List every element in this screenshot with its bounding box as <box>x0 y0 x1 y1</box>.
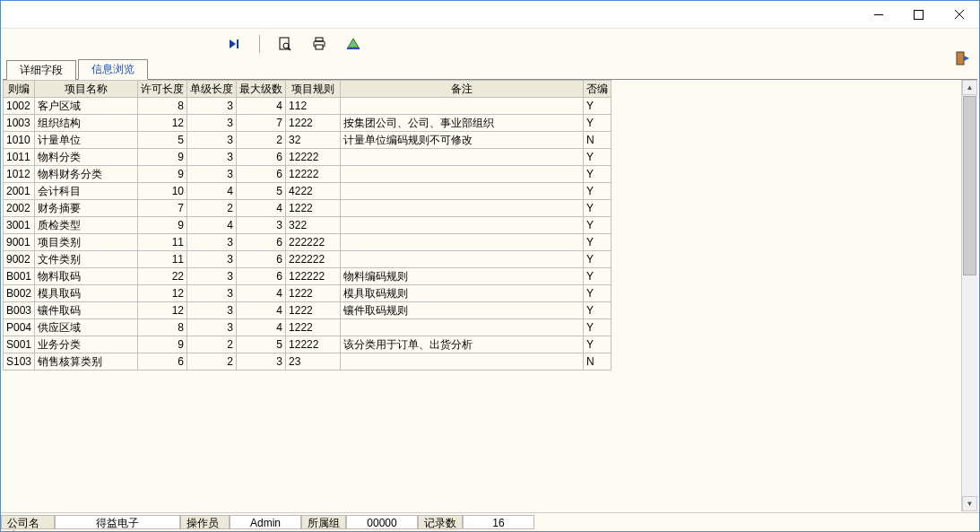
cell-code[interactable]: 1010 <box>4 132 35 149</box>
col-header-rule[interactable]: 项目规则 <box>286 81 341 98</box>
cell-editable[interactable]: Y <box>584 200 611 217</box>
cell-editable[interactable]: Y <box>584 285 611 302</box>
table-row[interactable]: 2002财务摘要7241222Y <box>4 200 611 217</box>
cell-editable[interactable]: Y <box>584 98 611 115</box>
cell-rule[interactable]: 12222 <box>286 166 341 183</box>
cell-remark[interactable] <box>341 98 584 115</box>
cell-maxlvl[interactable]: 4 <box>237 98 286 115</box>
table-row[interactable]: 2001会计科目10454222Y <box>4 183 611 200</box>
cell-len[interactable]: 8 <box>138 319 187 336</box>
cell-rule[interactable]: 1222 <box>286 200 341 217</box>
cell-unitlen[interactable]: 2 <box>187 353 237 371</box>
cell-code[interactable]: 9002 <box>4 251 35 268</box>
cell-name[interactable]: 计量单位 <box>35 132 138 149</box>
cell-len[interactable]: 12 <box>138 285 187 302</box>
cell-unitlen[interactable]: 2 <box>187 200 237 217</box>
cell-remark[interactable] <box>341 353 584 371</box>
scroll-up-button[interactable]: ▲ <box>962 80 977 95</box>
cell-code[interactable]: 1002 <box>4 98 35 115</box>
cell-len[interactable]: 11 <box>138 234 187 251</box>
cell-name[interactable]: 物料分类 <box>35 149 138 166</box>
cell-name[interactable]: 模具取码 <box>35 285 138 302</box>
cell-remark[interactable] <box>341 183 584 200</box>
cell-unitlen[interactable]: 3 <box>187 98 237 115</box>
cell-code[interactable]: 1012 <box>4 166 35 183</box>
cell-maxlvl[interactable]: 5 <box>237 336 286 353</box>
data-grid[interactable]: 则编 项目名称 许可长度 单级长度 最大级数 项目规则 备注 否编 1002客户… <box>3 80 611 371</box>
close-button[interactable] <box>939 1 979 28</box>
cell-maxlvl[interactable]: 6 <box>237 166 286 183</box>
cell-name[interactable]: 质检类型 <box>35 217 138 234</box>
cell-code[interactable]: B002 <box>4 285 35 302</box>
cell-rule[interactable]: 12222 <box>286 336 341 353</box>
table-row[interactable]: 1011物料分类93612222Y <box>4 149 611 166</box>
cell-len[interactable]: 9 <box>138 336 187 353</box>
cell-name[interactable]: 业务分类 <box>35 336 138 353</box>
cell-remark[interactable] <box>341 319 584 336</box>
cell-rule[interactable]: 112 <box>286 98 341 115</box>
table-row[interactable]: 1002客户区域834112Y <box>4 98 611 115</box>
cell-rule[interactable]: 1222 <box>286 115 341 132</box>
cell-remark[interactable]: 模具取码规则 <box>341 285 584 302</box>
cell-remark[interactable] <box>341 234 584 251</box>
cell-rule[interactable]: 32 <box>286 132 341 149</box>
cell-rule[interactable]: 1222 <box>286 319 341 336</box>
cell-remark[interactable]: 物料编码规则 <box>341 268 584 285</box>
cell-maxlvl[interactable]: 6 <box>237 251 286 268</box>
cell-unitlen[interactable]: 3 <box>187 319 237 336</box>
col-header-remark[interactable]: 备注 <box>341 81 584 98</box>
col-header-unitlen[interactable]: 单级长度 <box>187 81 237 98</box>
cell-maxlvl[interactable]: 4 <box>237 319 286 336</box>
cell-len[interactable]: 8 <box>138 98 187 115</box>
cell-code[interactable]: B001 <box>4 268 35 285</box>
cell-editable[interactable]: Y <box>584 115 611 132</box>
cell-code[interactable]: 1011 <box>4 149 35 166</box>
cell-maxlvl[interactable]: 5 <box>237 183 286 200</box>
cell-editable[interactable]: Y <box>584 183 611 200</box>
cell-name[interactable]: 组织结构 <box>35 115 138 132</box>
cell-editable[interactable]: Y <box>584 251 611 268</box>
cell-code[interactable]: P004 <box>4 319 35 336</box>
cell-code[interactable]: S001 <box>4 336 35 353</box>
cell-unitlen[interactable]: 3 <box>187 285 237 302</box>
cell-rule[interactable]: 12222 <box>286 149 341 166</box>
cell-maxlvl[interactable]: 6 <box>237 149 286 166</box>
cell-len[interactable]: 9 <box>138 149 187 166</box>
cell-maxlvl[interactable]: 6 <box>237 234 286 251</box>
cell-name[interactable]: 客户区域 <box>35 98 138 115</box>
exit-icon[interactable] <box>954 49 972 67</box>
tab-browse[interactable]: 信息浏览 <box>78 59 148 80</box>
cell-name[interactable]: 销售核算类别 <box>35 353 138 371</box>
scroll-down-button[interactable]: ▼ <box>962 496 977 511</box>
cell-len[interactable]: 9 <box>138 217 187 234</box>
cell-remark[interactable]: 该分类用于订单、出货分析 <box>341 336 584 353</box>
cell-name[interactable]: 会计科目 <box>35 183 138 200</box>
cell-unitlen[interactable]: 3 <box>187 166 237 183</box>
cell-unitlen[interactable]: 4 <box>187 183 237 200</box>
cell-name[interactable]: 物料财务分类 <box>35 166 138 183</box>
cell-editable[interactable]: Y <box>584 319 611 336</box>
col-header-maxlvl[interactable]: 最大级数 <box>237 81 286 98</box>
cell-maxlvl[interactable]: 4 <box>237 285 286 302</box>
cell-code[interactable]: 2001 <box>4 183 35 200</box>
cell-maxlvl[interactable]: 2 <box>237 132 286 149</box>
table-row[interactable]: B001物料取码2236122222物料编码规则Y <box>4 268 611 285</box>
table-row[interactable]: S001业务分类92512222该分类用于订单、出货分析Y <box>4 336 611 353</box>
cell-editable[interactable]: N <box>584 353 611 371</box>
cell-maxlvl[interactable]: 3 <box>237 217 286 234</box>
cell-len[interactable]: 11 <box>138 251 187 268</box>
cell-editable[interactable]: Y <box>584 336 611 353</box>
cell-len[interactable]: 5 <box>138 132 187 149</box>
last-record-icon[interactable] <box>225 35 243 53</box>
table-row[interactable]: 9001项目类别1136222222Y <box>4 234 611 251</box>
maximize-button[interactable] <box>898 1 939 28</box>
cell-len[interactable]: 7 <box>138 200 187 217</box>
cell-editable[interactable]: Y <box>584 166 611 183</box>
cell-remark[interactable]: 按集团公司、公司、事业部组织 <box>341 115 584 132</box>
cell-rule[interactable]: 4222 <box>286 183 341 200</box>
table-row[interactable]: 3001质检类型943322Y <box>4 217 611 234</box>
col-header-editable[interactable]: 否编 <box>584 81 611 98</box>
cell-maxlvl[interactable]: 7 <box>237 115 286 132</box>
cell-editable[interactable]: Y <box>584 302 611 319</box>
cell-name[interactable]: 物料取码 <box>35 268 138 285</box>
